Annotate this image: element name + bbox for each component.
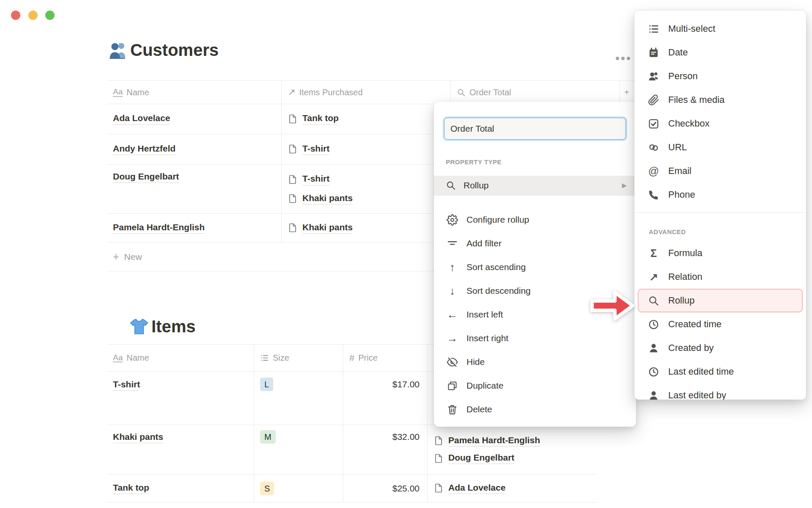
- page-link[interactable]: Tank top: [302, 113, 339, 124]
- items-purchased-cell[interactable]: Khaki pants: [281, 214, 450, 242]
- person-icon: [648, 71, 659, 82]
- page-link[interactable]: Khaki pants: [113, 432, 163, 443]
- property-name-input[interactable]: [444, 118, 626, 140]
- type-option-email[interactable]: @ Email: [634, 159, 806, 183]
- customers-db-title: Customers: [108, 40, 219, 60]
- menu-item-hide[interactable]: Hide: [434, 350, 636, 374]
- page-link[interactable]: T-shirt: [302, 144, 329, 155]
- type-option-formula[interactable]: Σ Formula: [634, 241, 806, 265]
- page-link[interactable]: Tank top: [113, 483, 149, 494]
- red-arrow-annotation: [589, 289, 636, 323]
- size-cell[interactable]: L: [254, 372, 343, 425]
- items-purchased-cell[interactable]: T-shirt Khaki pants: [281, 165, 450, 213]
- item-name-cell[interactable]: T-shirt: [107, 372, 254, 425]
- page-link[interactable]: Doug Engelbart: [448, 453, 514, 464]
- page-link[interactable]: Pamela Hardt-English: [113, 222, 205, 234]
- page-link[interactable]: Ada Lovelace: [448, 483, 505, 494]
- column-header-name[interactable]: Aa Name: [107, 345, 254, 371]
- close-button[interactable]: [11, 11, 20, 20]
- notion-window: Customers Aa Name ↗ Items Purchased Orde…: [0, 0, 812, 508]
- type-option-created-time[interactable]: Created time: [634, 312, 806, 336]
- customer-name-cell[interactable]: Doug Engelbart: [107, 165, 281, 213]
- size-cell[interactable]: S: [254, 475, 343, 502]
- sigma-icon: Σ: [648, 248, 659, 259]
- items-purchased-cell[interactable]: T-shirt: [281, 134, 450, 164]
- phone-icon: [648, 189, 659, 201]
- type-option-person[interactable]: Person: [634, 64, 806, 88]
- type-option-last-edited-time[interactable]: Last edited time: [634, 360, 806, 384]
- column-header-name[interactable]: Aa Name: [107, 81, 281, 104]
- item-name-cell[interactable]: Khaki pants: [107, 425, 254, 474]
- page-link[interactable]: Khaki pants: [302, 193, 353, 204]
- page-icon: [288, 114, 298, 124]
- arrow-down-icon: ↓: [447, 285, 458, 297]
- divider: [634, 213, 806, 213]
- type-option-multi-select[interactable]: Multi-select: [634, 17, 806, 41]
- customers-header-row: Aa Name ↗ Items Purchased Order Total +: [107, 80, 647, 104]
- busts-in-silhouette-icon: [108, 40, 128, 60]
- item-name-cell[interactable]: Tank top: [107, 475, 254, 502]
- person-icon: [648, 342, 659, 354]
- price-cell[interactable]: $32.00: [343, 425, 427, 474]
- menu-item-insert-right[interactable]: → Insert right: [434, 326, 636, 350]
- page-icon: [433, 483, 444, 493]
- table-row: Khaki pants M $32.00 Pamela Hardt-Englis…: [107, 425, 596, 475]
- rollup-search-icon: [446, 180, 456, 190]
- customer-name-cell[interactable]: Andy Hertzfeld: [107, 134, 281, 164]
- price-cell[interactable]: $25.00: [343, 475, 427, 502]
- minimize-button[interactable]: [28, 11, 38, 20]
- trash-icon: [447, 404, 458, 415]
- divider: [434, 195, 636, 196]
- page-link[interactable]: Ada Lovelace: [113, 113, 170, 124]
- type-option-url[interactable]: URL: [634, 135, 806, 159]
- property-type-section-label: PROPERTY TYPE: [446, 158, 636, 166]
- page-link[interactable]: Khaki pants: [302, 222, 353, 234]
- type-option-files-media[interactable]: Files & media: [634, 88, 806, 112]
- type-option-phone[interactable]: Phone: [634, 183, 806, 207]
- column-header-items-purchased[interactable]: ↗ Items Purchased: [281, 81, 450, 104]
- customer-name-cell[interactable]: Pamela Hardt-English: [107, 214, 281, 242]
- clock-icon: [648, 319, 659, 330]
- more-options-button[interactable]: [614, 55, 632, 62]
- page-link[interactable]: T-shirt: [113, 379, 140, 391]
- purchased-by-cell[interactable]: Ada Lovelace: [427, 475, 596, 502]
- eye-off-icon: [447, 356, 458, 368]
- customer-name-cell[interactable]: Ada Lovelace: [107, 104, 281, 134]
- property-type-row[interactable]: Rollup ▶: [434, 176, 636, 195]
- ellipsis-icon: [616, 57, 619, 60]
- select-list-icon: [260, 353, 269, 362]
- type-option-relation[interactable]: ↗ Relation: [634, 265, 806, 289]
- calendar-icon: [648, 47, 659, 58]
- menu-item-add-filter[interactable]: Add filter: [434, 232, 636, 255]
- column-header-size[interactable]: Size: [254, 345, 343, 371]
- type-option-created-by[interactable]: Created by: [634, 336, 806, 360]
- type-option-rollup-highlighted[interactable]: Rollup: [639, 290, 802, 312]
- at-icon: @: [648, 166, 659, 177]
- purchased-by-cell[interactable]: Pamela Hardt-English Doug Engelbart: [427, 425, 596, 474]
- page-link[interactable]: Andy Hertzfeld: [113, 144, 176, 155]
- menu-item-configure-rollup[interactable]: Configure rollup: [434, 208, 636, 232]
- type-option-last-edited-by[interactable]: Last edited by: [634, 384, 806, 400]
- page-title: Customers: [130, 41, 219, 60]
- price-cell[interactable]: $17.00: [343, 372, 427, 425]
- arrow-left-icon: ←: [447, 309, 458, 320]
- page-link[interactable]: Pamela Hardt-English: [448, 435, 540, 447]
- page-link[interactable]: Doug Engelbart: [113, 171, 179, 183]
- items-purchased-cell[interactable]: Tank top: [281, 104, 450, 134]
- type-option-date[interactable]: Date: [634, 41, 806, 64]
- menu-item-duplicate[interactable]: Duplicate: [434, 374, 636, 398]
- size-badge: L: [260, 378, 273, 391]
- page-link[interactable]: T-shirt: [302, 174, 329, 185]
- page-icon: [433, 436, 444, 446]
- zoom-button[interactable]: [45, 11, 55, 20]
- menu-item-sort-ascending[interactable]: ↑ Sort ascending: [434, 255, 636, 279]
- page-icon: [288, 223, 298, 233]
- plus-icon: +: [624, 88, 629, 97]
- chevron-right-icon: ▶: [622, 182, 627, 189]
- size-cell[interactable]: M: [254, 425, 343, 474]
- menu-item-delete[interactable]: Delete: [434, 398, 636, 421]
- page-icon: [288, 174, 298, 185]
- column-header-price[interactable]: # Price: [343, 345, 427, 371]
- type-option-checkbox[interactable]: Checkbox: [634, 112, 806, 135]
- column-header-order-total[interactable]: Order Total: [450, 81, 620, 104]
